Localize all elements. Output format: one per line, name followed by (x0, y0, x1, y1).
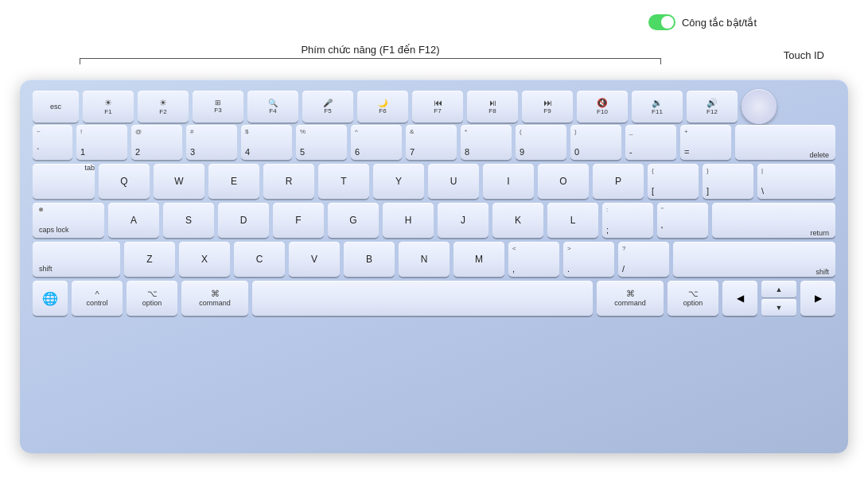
key-shift-left[interactable]: shift (33, 242, 120, 277)
key-b[interactable]: B (344, 242, 395, 277)
key-rbracket[interactable]: } ] (703, 164, 753, 199)
key-arrow-up[interactable]: ▲ (761, 281, 796, 297)
key-semicolon[interactable]: : ; (602, 203, 653, 238)
key-arrow-updown: ▲ ▼ (761, 281, 796, 316)
fkey-bracket (80, 58, 661, 64)
key-a[interactable]: A (108, 203, 159, 238)
key-3[interactable]: # 3 (186, 125, 237, 160)
key-capslock[interactable]: caps lock (33, 203, 104, 238)
keyboard: esc ☀ F1 ☀ F2 ⊞ F3 🔍 F4 🎤 F5 (20, 80, 848, 453)
key-globe[interactable]: 🌐 (33, 281, 68, 316)
key-command-left[interactable]: ⌘ command (181, 281, 248, 316)
key-0[interactable]: ) 0 (570, 125, 621, 160)
key-9[interactable]: ( 9 (516, 125, 566, 160)
key-option-right[interactable]: ⌥ option (668, 281, 718, 316)
key-d[interactable]: D (218, 203, 269, 238)
key-quote[interactable]: " ' (657, 203, 708, 238)
left-arrow-icon: ◀ (737, 293, 744, 304)
key-lbracket[interactable]: { [ (648, 164, 699, 199)
key-2[interactable]: @ 2 (131, 125, 182, 160)
brightness-low-icon: ☀ (104, 98, 112, 108)
touchid-label: Touch ID (784, 49, 824, 61)
key-f11[interactable]: 🔉 F11 (632, 91, 683, 122)
key-f4[interactable]: 🔍 F4 (247, 91, 298, 122)
key-c[interactable]: C (234, 242, 285, 277)
key-u[interactable]: U (428, 164, 479, 199)
key-arrow-left[interactable]: ◀ (722, 281, 757, 316)
key-slash[interactable]: ? / (618, 242, 669, 277)
mute-icon: 🔇 (597, 98, 608, 108)
key-f12[interactable]: 🔊 F12 (687, 91, 738, 122)
capslock-led (39, 208, 43, 212)
key-delete[interactable]: delete (735, 125, 835, 160)
key-p[interactable]: P (593, 164, 644, 199)
key-command-right[interactable]: ⌘ command (597, 281, 664, 316)
key-w[interactable]: W (154, 164, 204, 199)
key-e[interactable]: E (208, 164, 259, 199)
key-f1[interactable]: ☀ F1 (83, 91, 134, 122)
vol-down-icon: 🔉 (652, 98, 663, 108)
key-o[interactable]: O (538, 164, 589, 199)
key-6[interactable]: ^ 6 (351, 125, 402, 160)
key-m[interactable]: M (453, 242, 504, 277)
key-minus[interactable]: _ - (625, 125, 676, 160)
key-f6[interactable]: 🌙 F6 (357, 91, 408, 122)
key-x[interactable]: X (179, 242, 230, 277)
key-5[interactable]: % 5 (296, 125, 347, 160)
mission-control-icon: ⊞ (215, 99, 221, 107)
key-f3[interactable]: ⊞ F3 (193, 91, 243, 122)
key-touchid[interactable] (741, 89, 777, 124)
key-s[interactable]: S (163, 203, 214, 238)
brightness-high-icon: ☀ (159, 98, 167, 108)
key-f5[interactable]: 🎤 F5 (302, 91, 353, 122)
key-r[interactable]: R (263, 164, 314, 199)
key-1[interactable]: ! 1 (76, 125, 127, 160)
key-v[interactable]: V (289, 242, 340, 277)
key-f7[interactable]: ⏮ F7 (412, 91, 463, 122)
opt-left-icon: ⌥ (147, 289, 158, 299)
key-4[interactable]: $ 4 (241, 125, 292, 160)
key-8[interactable]: * 8 (461, 125, 512, 160)
key-backslash[interactable]: | \ (757, 164, 835, 199)
key-h[interactable]: H (383, 203, 434, 238)
key-i[interactable]: I (483, 164, 534, 199)
key-grave[interactable]: ~ ` (33, 125, 72, 160)
key-space[interactable] (252, 281, 593, 316)
key-arrow-down[interactable]: ▼ (761, 299, 796, 316)
key-n[interactable]: N (399, 242, 450, 277)
key-l[interactable]: L (547, 203, 598, 238)
row-asdf: caps lock A S D F G H J K L : ; " ' retu… (33, 203, 835, 238)
keyboard-diagram: Công tắc bật/tắt Touch ID Phím chức năng… (0, 0, 868, 497)
key-esc[interactable]: esc (33, 91, 79, 122)
key-comma[interactable]: < , (508, 242, 559, 277)
key-f9[interactable]: ⏭ F9 (522, 91, 573, 122)
key-arrow-right[interactable]: ▶ (800, 281, 835, 316)
key-period[interactable]: > . (563, 242, 614, 277)
key-tab[interactable]: tab (33, 164, 95, 199)
key-f[interactable]: F (273, 203, 324, 238)
key-f8[interactable]: ⏯ F8 (467, 91, 518, 122)
key-z[interactable]: Z (124, 242, 175, 277)
key-k[interactable]: K (492, 203, 543, 238)
key-option-left[interactable]: ⌥ option (127, 281, 177, 316)
row-qwerty: tab Q W E R T Y U I O P { [ } ] | \ (33, 164, 835, 199)
dictation-icon: 🎤 (323, 99, 333, 107)
key-y[interactable]: Y (373, 164, 424, 199)
key-shift-right[interactable]: shift (673, 242, 835, 277)
ctrl-icon: ^ (95, 289, 99, 299)
key-f2[interactable]: ☀ F2 (138, 91, 189, 122)
playpause-icon: ⏯ (488, 98, 497, 107)
key-control[interactable]: ^ control (72, 281, 123, 316)
key-t[interactable]: T (318, 164, 369, 199)
right-arrow-icon: ▶ (815, 293, 822, 304)
key-return[interactable]: return (712, 203, 835, 238)
dnd-icon: 🌙 (378, 99, 387, 107)
key-j[interactable]: J (438, 203, 488, 238)
key-7[interactable]: & 7 (406, 125, 457, 160)
opt-right-icon: ⌥ (688, 289, 699, 299)
key-q[interactable]: Q (99, 164, 150, 199)
key-f10[interactable]: 🔇 F10 (577, 91, 628, 122)
key-equal[interactable]: + = (680, 125, 731, 160)
cmd-right-icon: ⌘ (626, 289, 635, 299)
key-g[interactable]: G (328, 203, 379, 238)
